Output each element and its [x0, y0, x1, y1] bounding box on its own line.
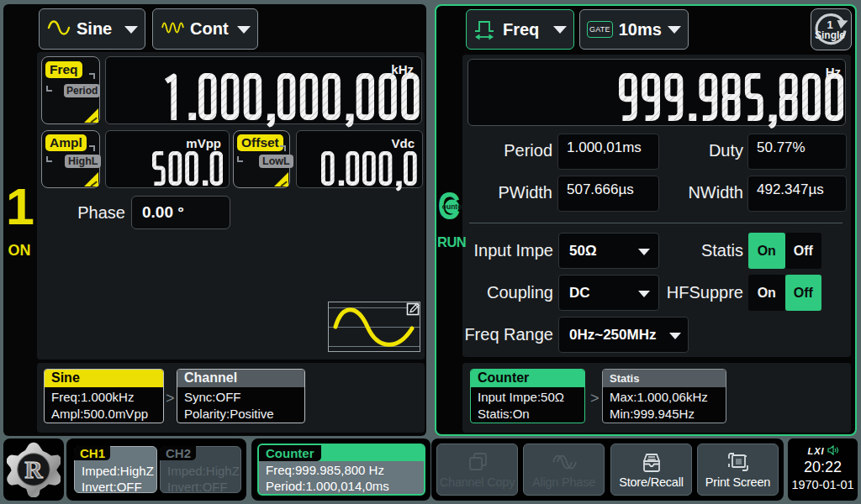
svg-text:R: R	[24, 456, 43, 483]
svg-text:ounter: ounter	[442, 202, 465, 211]
svg-text:Single: Single	[815, 29, 845, 41]
